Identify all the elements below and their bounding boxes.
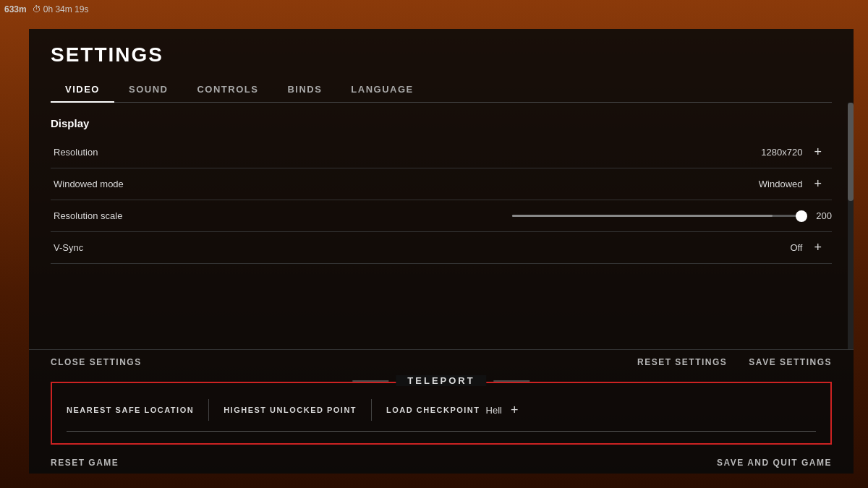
tab-controls[interactable]: Controls: [182, 78, 273, 102]
hud-distance: 633m: [4, 4, 27, 14]
plus-vsync[interactable]: +: [811, 240, 825, 255]
hud-overlay: 633m ⏱ 0h 34m 19s: [4, 4, 88, 14]
highest-unlocked-button[interactable]: Highest Unlocked Point: [224, 406, 357, 414]
tab-language[interactable]: Language: [336, 78, 427, 102]
tab-video[interactable]: Video: [51, 78, 114, 102]
row-vsync: V-Sync Off +: [51, 232, 832, 264]
close-settings-button[interactable]: Close Settings: [51, 357, 142, 367]
footer-bar: Reset Game Save and Quit Game: [29, 452, 854, 474]
slider-container-resolution-scale: 200: [268, 210, 832, 221]
slider-track[interactable]: [512, 215, 801, 217]
label-resolution: Resolution: [51, 147, 268, 158]
plus-resolution[interactable]: +: [811, 145, 825, 160]
load-checkpoint-label[interactable]: Load Checkpoint: [386, 406, 480, 414]
hud-time-value: 0h 34m 19s: [43, 4, 89, 14]
slider-fill: [512, 215, 773, 217]
teleport-panel: Teleport Nearest Safe Location Highest U…: [51, 382, 832, 445]
page-title: Settings: [51, 43, 832, 67]
teleport-title: Teleport: [396, 375, 486, 386]
panel-header: Settings Video Sound Controls Binds Lang…: [29, 29, 854, 103]
tabs-bar: Video Sound Controls Binds Language: [51, 78, 832, 103]
hud-time: ⏱ 0h 34m 19s: [33, 4, 89, 14]
row-windowed-mode: Windowed mode Windowed +: [51, 168, 832, 200]
value-area-windowed: Windowed +: [268, 176, 832, 192]
tab-sound[interactable]: Sound: [114, 78, 182, 102]
checkpoint-value: Hell: [486, 405, 502, 416]
timer-icon: ⏱: [33, 4, 41, 14]
label-vsync: V-Sync: [51, 242, 268, 253]
section-display-title: Display: [51, 117, 832, 129]
teleport-separator-2: [371, 399, 372, 421]
row-resolution-scale: Resolution scale 200: [51, 200, 832, 232]
settings-content: Display Resolution 1280x720 + Windowed m…: [29, 103, 854, 349]
value-resolution: 1280x720: [761, 147, 802, 158]
scrollbar-thumb[interactable]: [848, 103, 854, 201]
plus-checkpoint[interactable]: +: [508, 403, 522, 418]
label-windowed-mode: Windowed mode: [51, 179, 268, 189]
teleport-options: Nearest Safe Location Highest Unlocked P…: [67, 399, 816, 421]
row-resolution: Resolution 1280x720 +: [51, 137, 832, 168]
reset-settings-button[interactable]: Reset Settings: [637, 357, 727, 367]
bottom-action-bar: Close Settings Reset Settings Save Setti…: [29, 349, 854, 374]
reset-game-button[interactable]: Reset Game: [51, 458, 119, 468]
bottom-right-buttons: Reset Settings Save Settings: [637, 357, 832, 367]
value-vsync: Off: [790, 242, 802, 253]
scrollbar[interactable]: [848, 103, 854, 349]
value-windowed-mode: Windowed: [759, 179, 803, 189]
load-checkpoint-area: Load Checkpoint Hell +: [386, 403, 521, 418]
nearest-safe-button[interactable]: Nearest Safe Location: [67, 406, 194, 414]
settings-rows: Resolution 1280x720 + Windowed mode Wind…: [51, 137, 832, 264]
value-resolution-scale: 200: [810, 210, 832, 221]
plus-windowed[interactable]: +: [811, 176, 825, 192]
save-quit-button[interactable]: Save and Quit Game: [717, 458, 832, 468]
teleport-separator-1: [208, 399, 209, 421]
settings-panel: Settings Video Sound Controls Binds Lang…: [29, 29, 854, 474]
slider-thumb[interactable]: [796, 210, 807, 222]
value-area-vsync: Off +: [268, 240, 832, 255]
value-area-resolution: 1280x720 +: [268, 145, 832, 160]
save-settings-button[interactable]: Save Settings: [749, 357, 832, 367]
label-resolution-scale: Resolution scale: [51, 210, 268, 221]
tab-binds[interactable]: Binds: [273, 78, 336, 102]
teleport-divider-bottom: [67, 431, 816, 432]
